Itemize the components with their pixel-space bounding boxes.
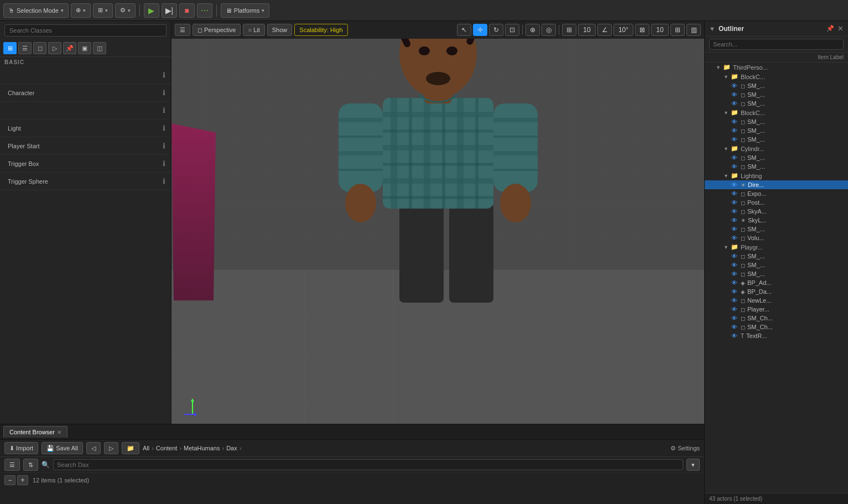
panel-view-list-button[interactable]: ☰ bbox=[18, 42, 32, 54]
snap-button[interactable]: ⊞ ▾ bbox=[93, 3, 113, 18]
outliner-item-volume[interactable]: 👁 ◻ Volu... bbox=[705, 233, 848, 242]
panel-view-grid-button[interactable]: ⊞ bbox=[3, 42, 17, 54]
sort-button[interactable]: ⇅ bbox=[23, 459, 38, 471]
world-grid-button[interactable]: ⊕ bbox=[526, 24, 540, 36]
selection-mode-button[interactable]: 🖱 Selection Mode ▾ bbox=[3, 3, 69, 18]
outliner-item-sm9[interactable]: 👁 ◻ SM_... bbox=[705, 225, 848, 233]
breadcrumb-content[interactable]: Content bbox=[156, 445, 178, 451]
panel-pin-button[interactable]: 📌 bbox=[63, 42, 76, 54]
outliner-search-input[interactable] bbox=[709, 39, 844, 50]
search-dropdown-button[interactable]: ▾ bbox=[686, 459, 700, 471]
outliner-item-bp-ad[interactable]: 👁 ◈ BP_Ad... bbox=[705, 278, 848, 287]
layout-button[interactable]: ⊞ bbox=[670, 24, 685, 36]
show-button[interactable]: Show bbox=[267, 24, 293, 36]
camera-button[interactable]: ▥ bbox=[686, 24, 701, 36]
outliner-item-sm1[interactable]: 👁 ◻ SM_... bbox=[705, 81, 848, 90]
outliner-item-sm11[interactable]: 👁 ◻ SM_... bbox=[705, 261, 848, 269]
settings-button[interactable]: ⚙ Settings bbox=[670, 445, 700, 452]
outliner-item-sm3[interactable]: 👁 ◻ SM_... bbox=[705, 99, 848, 108]
more-options-button[interactable]: ⋯ bbox=[197, 3, 212, 18]
search-classes-input[interactable] bbox=[4, 24, 167, 37]
info-icon-2[interactable]: ℹ bbox=[163, 106, 165, 115]
outliner-item-textr[interactable]: 👁 T TextR... bbox=[705, 331, 848, 340]
content-browser-tab-close[interactable]: ✕ bbox=[57, 429, 61, 435]
outliner-folder-blockc2[interactable]: ▼ 📁 BlockC... bbox=[705, 108, 848, 117]
angle-snap-button[interactable]: ∠ bbox=[597, 24, 612, 36]
panel-item-character[interactable]: Character ℹ bbox=[0, 84, 171, 102]
scale-tool-button[interactable]: ⊡ bbox=[505, 24, 519, 36]
select-tool-button[interactable]: ↖ bbox=[457, 24, 471, 36]
outliner-item-player[interactable]: 👁 ◻ Player... bbox=[705, 305, 848, 314]
stop-button[interactable]: ■ bbox=[179, 3, 195, 18]
info-icon-0[interactable]: ℹ bbox=[163, 71, 165, 79]
translate-tool-button[interactable]: ✛ bbox=[473, 24, 487, 36]
outliner-folder-blockc1[interactable]: ▼ 📁 BlockC... bbox=[705, 72, 848, 81]
filter-button[interactable]: ☰ bbox=[4, 459, 20, 471]
viewport-hamburger-button[interactable]: ☰ bbox=[175, 24, 190, 36]
panel-item-0[interactable]: ℹ bbox=[0, 66, 171, 84]
camera-speed-button[interactable]: ◎ bbox=[542, 24, 556, 36]
add-actor-button[interactable]: ⊕ ▾ bbox=[71, 3, 91, 18]
outliner-folder-playground[interactable]: ▼ 📁 Playgr... bbox=[705, 242, 848, 252]
panel-item-trigger-sphere[interactable]: Trigger Sphere ℹ bbox=[0, 173, 171, 190]
outliner-item-newle[interactable]: 👁 ◻ NewLe... bbox=[705, 296, 848, 305]
outliner-folder-thirdperson[interactable]: ▼ 📁 ThirdPerso... bbox=[705, 63, 848, 72]
info-icon-character[interactable]: ℹ bbox=[163, 89, 165, 97]
outliner-item-smch2[interactable]: 👁 ◻ SM_Ch... bbox=[705, 323, 848, 331]
outliner-folder-cylinder[interactable]: ▼ 📁 Cylindr... bbox=[705, 144, 848, 153]
panel-item-light[interactable]: Light ℹ bbox=[0, 119, 171, 137]
outliner-item-bp-da[interactable]: 👁 ◈ BP_Da... bbox=[705, 287, 848, 296]
outliner-item-postprocess[interactable]: 👁 ◻ Post... bbox=[705, 198, 848, 207]
outliner-item-sm10[interactable]: 👁 ◻ SM_... bbox=[705, 252, 848, 261]
outliner-item-sm5[interactable]: 👁 ◻ SM_... bbox=[705, 126, 848, 135]
folder-button[interactable]: 📁 bbox=[122, 442, 139, 454]
zoom-in-button[interactable]: + bbox=[17, 475, 28, 485]
import-icon: ⬇ bbox=[9, 445, 14, 452]
panel-recent-button[interactable]: ◫ bbox=[93, 42, 106, 54]
outliner-item-sm12[interactable]: 👁 ◻ SM_... bbox=[705, 269, 848, 278]
panel-filter-button[interactable]: ▷ bbox=[48, 42, 61, 54]
scale-snap-button[interactable]: ⊠ bbox=[635, 24, 649, 36]
breadcrumb-all[interactable]: All bbox=[143, 445, 149, 451]
info-icon-light[interactable]: ℹ bbox=[163, 124, 165, 132]
content-search-input[interactable] bbox=[53, 459, 683, 470]
panel-item-trigger-box[interactable]: Trigger Box ℹ bbox=[0, 155, 171, 173]
info-icon-player-start[interactable]: ℹ bbox=[163, 142, 165, 150]
outliner-item-sm7[interactable]: 👁 ◻ SM_... bbox=[705, 153, 848, 162]
breadcrumb-metahumans[interactable]: MetaHumans bbox=[184, 445, 220, 451]
outliner-item-sm6[interactable]: 👁 ◻ SM_... bbox=[705, 135, 848, 144]
grid-toggle-button[interactable]: ⊞ bbox=[562, 24, 576, 36]
platforms-button[interactable]: 🖥 Platforms ▾ bbox=[221, 3, 269, 18]
content-browser-tab[interactable]: Content Browser ✕ bbox=[3, 426, 67, 438]
pause-button[interactable]: ▶| bbox=[162, 3, 177, 18]
breadcrumb-dax[interactable]: Dax bbox=[226, 445, 237, 451]
rotate-tool-button[interactable]: ↻ bbox=[489, 24, 503, 36]
lit-button[interactable]: ○ Lit bbox=[243, 24, 264, 36]
info-icon-trigger-sphere[interactable]: ℹ bbox=[163, 177, 165, 185]
outliner-item-smch1[interactable]: 👁 ◻ SM_Ch... bbox=[705, 314, 848, 323]
outliner-folder-lighting[interactable]: ▼ 📁 Lighting bbox=[705, 171, 848, 180]
outliner-list[interactable]: ▼ 📁 ThirdPerso... ▼ 📁 BlockC... 👁 ◻ SM_.… bbox=[705, 63, 848, 493]
outliner-close-button[interactable]: ✕ bbox=[837, 24, 844, 33]
outliner-item-sm2[interactable]: 👁 ◻ SM_... bbox=[705, 90, 848, 99]
viewport[interactable]: ☰ ◻ Perspective ○ Lit Show Scalability: … bbox=[171, 21, 704, 424]
import-button[interactable]: ⬇ Import bbox=[4, 442, 38, 454]
panel-item-player-start[interactable]: Player Start ℹ bbox=[0, 137, 171, 155]
build-button[interactable]: ⚙ ▾ bbox=[115, 3, 136, 18]
save-all-button[interactable]: 💾 Save All bbox=[41, 442, 83, 454]
panel-item-2[interactable]: ℹ bbox=[0, 102, 171, 119]
outliner-item-exposure[interactable]: 👁 ◻ Expo... bbox=[705, 189, 848, 198]
outliner-item-skylight[interactable]: 👁 ☀ SkyL... bbox=[705, 216, 848, 225]
outliner-item-sm4[interactable]: 👁 ◻ SM_... bbox=[705, 117, 848, 126]
history-forward-button[interactable]: ▷ bbox=[104, 442, 118, 454]
info-icon-trigger-box[interactable]: ℹ bbox=[163, 159, 165, 168]
outliner-item-skyatmo[interactable]: 👁 ◻ SkyA... bbox=[705, 207, 848, 216]
outliner-item-sm8[interactable]: 👁 ◻ SM_... bbox=[705, 162, 848, 171]
panel-type-button[interactable]: ◻ bbox=[33, 42, 46, 54]
outliner-item-directional-light[interactable]: 👁 ☀ Dire... bbox=[705, 180, 848, 189]
play-button[interactable]: ▶ bbox=[144, 3, 159, 18]
perspective-button[interactable]: ◻ Perspective bbox=[193, 24, 241, 36]
history-back-button[interactable]: ◁ bbox=[86, 442, 101, 454]
panel-layout-button[interactable]: ▣ bbox=[78, 42, 91, 54]
zoom-out-button[interactable]: − bbox=[4, 475, 15, 485]
